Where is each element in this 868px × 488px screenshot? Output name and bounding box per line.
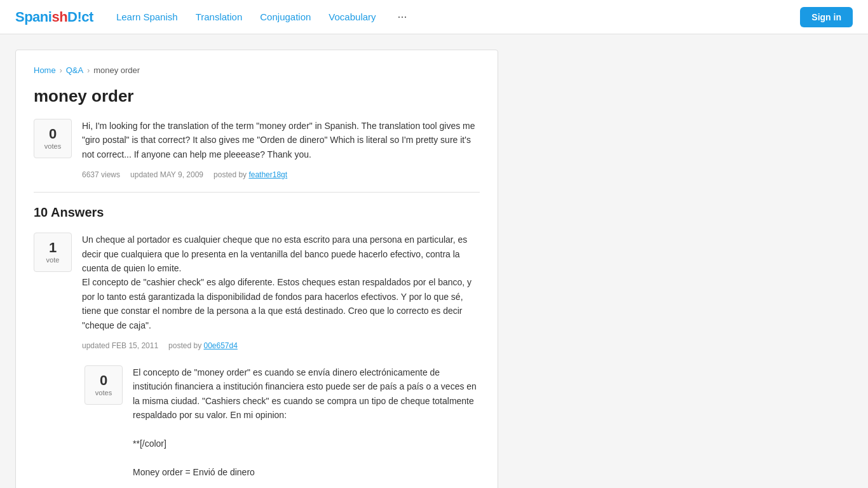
question-updated: updated MAY 9, 2009 (130, 170, 203, 179)
answer-1-updated: updated FEB 15, 2011 (82, 341, 158, 350)
question-author[interactable]: feather18gt (248, 170, 287, 179)
answer-1-posted: posted by 00e657d4 (168, 341, 238, 350)
question-vote-count: 0 (49, 127, 57, 141)
logo-highlight: sh (51, 9, 67, 25)
answer-2-vote-count: 0 (100, 374, 107, 388)
question-posted: posted by feather18gt (214, 170, 287, 179)
answer-1-body: Un cheque al portador es cualquier chequ… (82, 233, 480, 350)
question-meta: 6637 views updated MAY 9, 2009 posted by… (82, 170, 480, 179)
breadcrumb-home[interactable]: Home (34, 65, 56, 75)
breadcrumb-qa[interactable]: Q&A (66, 65, 83, 75)
answer-2-text: El concepto de "money order" es cuando s… (133, 365, 480, 479)
answer-2-vote-label: votes (95, 389, 112, 396)
sidebar (513, 50, 853, 488)
page-title: money order (34, 86, 480, 106)
breadcrumb: Home › Q&A › money order (34, 65, 480, 75)
answer-1-vote-count: 1 (49, 241, 57, 255)
question-text: Hi, I'm looking for the translation of t… (82, 119, 480, 161)
site-logo[interactable]: SpanishD!ct (15, 9, 93, 25)
question-vote-box: 0 votes (34, 119, 72, 158)
answer-1-vote-box: 1 vote (34, 233, 72, 272)
answer-2-vote-box: 0 votes (85, 365, 123, 405)
answer-1-author[interactable]: 00e657d4 (203, 341, 237, 350)
question-views: 6637 views (82, 170, 120, 179)
section-divider (34, 192, 480, 193)
answer-2-body: El concepto de "money order" es cuando s… (133, 365, 480, 488)
more-menu-button[interactable]: ··· (394, 8, 411, 26)
answers-heading: 10 Answers (34, 205, 480, 220)
breadcrumb-sep-1: › (60, 66, 62, 75)
main-content: Home › Q&A › money order money order 0 v… (15, 50, 498, 488)
logo-exclaim: ! (77, 9, 81, 25)
answer-2: 0 votes El concepto de "money order" es … (85, 365, 480, 488)
question-vote-label: votes (44, 142, 61, 150)
sign-in-button[interactable]: Sign in (800, 7, 853, 27)
site-header: SpanishD!ct Learn Spanish Translation Co… (0, 0, 868, 34)
answer-1: 1 vote Un cheque al portador es cualquie… (34, 233, 480, 350)
answer-1-text: Un cheque al portador es cualquier chequ… (82, 233, 480, 332)
answer-1-meta: updated FEB 15, 2011 posted by 00e657d4 (82, 341, 480, 350)
question-post: 0 votes Hi, I'm looking for the translat… (34, 119, 480, 179)
nav-translation[interactable]: Translation (196, 11, 243, 22)
breadcrumb-current: money order (93, 65, 140, 75)
nav-learn-spanish[interactable]: Learn Spanish (116, 11, 178, 22)
page-container: Home › Q&A › money order money order 0 v… (0, 34, 868, 488)
nav-vocabulary[interactable]: Vocabulary (329, 11, 376, 22)
question-body: Hi, I'm looking for the translation of t… (82, 119, 480, 179)
breadcrumb-sep-2: › (87, 66, 90, 75)
answer-1-vote-label: vote (46, 256, 60, 264)
nav-conjugation[interactable]: Conjugation (260, 11, 311, 22)
